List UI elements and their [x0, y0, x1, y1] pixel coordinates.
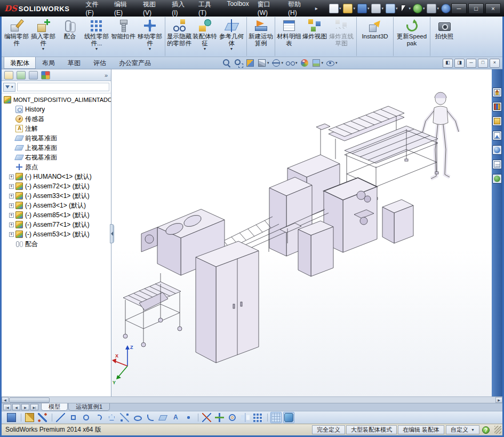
minimize-button[interactable]: ─	[451, 3, 467, 14]
tree-item[interactable]: + 注解	[2, 124, 111, 133]
pane-left-icon[interactable]: ◧	[443, 59, 453, 68]
tree-item[interactable]: + (-) Assem72<1> (默认)	[2, 181, 111, 191]
ribbon-button[interactable]: 爆炸视图 ▼	[301, 17, 328, 56]
expand-icon[interactable]: +	[9, 232, 14, 237]
expand-panel-chevrons-icon[interactable]: »	[105, 72, 109, 78]
last-tab-button[interactable]: ▶|	[30, 404, 38, 410]
ribbon-button[interactable]: 编辑零部件 ▼	[3, 17, 30, 56]
view-toolbar-button[interactable]: ▾	[234, 58, 243, 68]
featuremanager-tab-icon[interactable]	[4, 70, 14, 80]
toolbar-button[interactable]: ▾	[426, 4, 439, 13]
doc-restore-button[interactable]: □	[478, 59, 488, 68]
scroll-right-button[interactable]: ▶	[495, 397, 502, 403]
menu-item[interactable]: 视图(V)	[139, 0, 167, 19]
expand-icon[interactable]: +	[9, 184, 14, 189]
menu-item[interactable]: 编辑(E)	[110, 0, 139, 19]
tree-item[interactable]: + (-) Assem53<1> (默认)	[2, 229, 111, 239]
toolbar-button[interactable]	[252, 412, 263, 423]
ribbon-button[interactable]: 智能扣件 ▼	[110, 17, 137, 56]
ribbon-button[interactable]: 材料明细表 ▼	[275, 17, 301, 56]
doc-close-button[interactable]: ×	[490, 59, 500, 68]
view-toolbar-button[interactable]: ▾	[222, 58, 231, 68]
ribbon-button[interactable]: 更新Speedpak ▼	[393, 17, 428, 56]
ribbon-button[interactable]: 插入零部件 ▼	[30, 17, 57, 56]
ribbon-button[interactable]: 拍快照 ▼	[430, 17, 457, 56]
toolbar-button[interactable]	[81, 412, 92, 423]
menu-pin-icon[interactable]: ▸	[313, 5, 320, 11]
displaymanager-tab-icon[interactable]	[41, 70, 51, 80]
tree-item[interactable]: + (-) Assem85<1> (默认)	[2, 210, 111, 220]
menu-item[interactable]: 工具(T)	[194, 0, 223, 19]
toolbar-button[interactable]	[24, 412, 35, 423]
tree-item[interactable]: + (-) Assem33<1> (默认)	[2, 191, 111, 201]
toolbar-button[interactable]	[283, 412, 294, 423]
command-tab[interactable]: 草图	[61, 57, 87, 69]
view-toolbar-button[interactable]: ▾	[300, 58, 309, 68]
graphics-area[interactable]: Z X Y	[111, 69, 492, 396]
ribbon-button[interactable]: 参考几何体 ▼	[218, 17, 245, 56]
file-explorer-icon[interactable]	[492, 116, 502, 126]
view-toolbar-button[interactable]: ▾	[311, 58, 324, 68]
toolbar-button[interactable]	[132, 412, 143, 423]
ribbon-button[interactable]: 移动零部件 ▼	[137, 17, 163, 56]
maximize-button[interactable]: □	[468, 3, 484, 14]
horizontal-scrollbar[interactable]: ◀ ▶	[2, 396, 502, 403]
expand-icon[interactable]: +	[9, 194, 14, 198]
toolbar-button[interactable]	[6, 412, 17, 423]
close-button[interactable]: ×	[485, 3, 501, 14]
view-toolbar-button[interactable]: ▾	[257, 58, 269, 68]
command-tab[interactable]: 办公室产品	[113, 57, 157, 69]
help-badge-icon[interactable]: ?	[482, 426, 490, 434]
toolbar-button[interactable]	[145, 412, 156, 423]
appearances-scenes-icon[interactable]	[492, 145, 502, 155]
view-toolbar-button[interactable]: ▾	[325, 58, 338, 68]
expand-icon[interactable]: +	[9, 213, 14, 218]
toolbar-button[interactable]: ▾	[357, 4, 370, 13]
menu-item[interactable]: 文件(F)	[81, 0, 110, 19]
toolbar-button[interactable]: ▾	[412, 4, 426, 13]
custom-properties-icon[interactable]	[492, 160, 502, 169]
toolbar-button[interactable]	[201, 412, 212, 423]
solidworks-resources-icon[interactable]	[492, 88, 502, 97]
ribbon-button[interactable]: 线性零部件... ▼	[83, 17, 110, 56]
prev-tab-button[interactable]: ◀	[12, 404, 20, 410]
command-tab[interactable]: 评估	[87, 57, 113, 69]
toolbar-button[interactable]: ▾	[342, 4, 356, 13]
toolbar-button[interactable]	[55, 412, 66, 423]
toolbar-button[interactable]	[93, 412, 105, 423]
ribbon-button[interactable]: 爆炸直线草图 ▼	[328, 17, 355, 56]
tree-root-item[interactable]: MONT_DISPOSITIVO_ALIMENTADOR	[2, 95, 111, 105]
command-tab[interactable]: 装配体	[4, 57, 36, 69]
toolbar-button[interactable]: ▾	[329, 4, 342, 13]
panel-collapse-handle[interactable]	[110, 224, 114, 243]
toolbar-button[interactable]	[239, 412, 251, 423]
toolbar-button[interactable]: ▾	[441, 4, 451, 13]
menu-item[interactable]: 窗口(W)	[253, 0, 284, 19]
customize-dropdown[interactable]: 自定义 ▼	[446, 425, 479, 434]
tree-item[interactable]: + (-) HUMANO<1> (默认)	[2, 172, 111, 181]
toolbar-button[interactable]	[157, 412, 169, 423]
tree-item[interactable]: + 传感器	[2, 114, 111, 124]
filter-input[interactable]	[17, 83, 109, 91]
scroll-left-button[interactable]: ◀	[2, 397, 9, 403]
expand-icon[interactable]: +	[9, 223, 14, 227]
menu-item[interactable]: Toolbox	[222, 0, 253, 19]
ribbon-button[interactable]: 显示隐藏的零部件 ▼	[165, 17, 191, 56]
expand-icon[interactable]: +	[9, 174, 14, 179]
menu-item[interactable]: 插入(I)	[167, 0, 194, 19]
expand-icon[interactable]: +	[9, 203, 14, 208]
toolbar-button[interactable]	[183, 412, 194, 423]
tree-item[interactable]: + History	[2, 105, 111, 114]
tree-item[interactable]: + (-) Assem77<1> (默认)	[2, 220, 111, 229]
scrollbar-thumb[interactable]	[9, 398, 50, 403]
tree-item[interactable]: + 原点	[2, 162, 111, 172]
solidworks-forum-icon[interactable]	[492, 174, 502, 184]
toolbar-button[interactable]	[214, 412, 225, 423]
model-tab[interactable]: 模型	[41, 403, 68, 411]
filter-dropdown[interactable]: ▾	[3, 83, 15, 92]
toolbar-button[interactable]	[227, 412, 238, 423]
toolbar-button[interactable]	[170, 412, 181, 423]
ribbon-button[interactable]: 新建运动算例 ▼	[246, 17, 273, 56]
doc-minimize-button[interactable]: ─	[466, 59, 476, 68]
toolbar-button[interactable]	[106, 412, 117, 423]
